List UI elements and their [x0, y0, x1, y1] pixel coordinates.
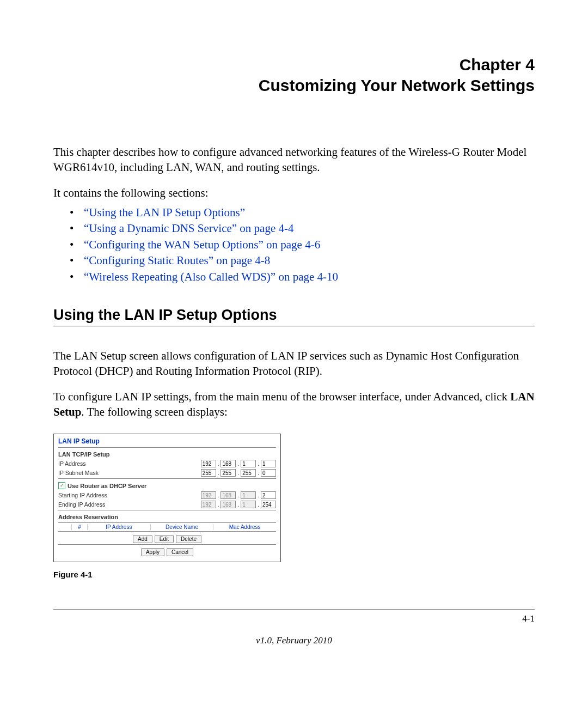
start-octet-3[interactable] — [241, 491, 256, 499]
col-ip: IP Address — [88, 524, 151, 530]
add-button[interactable]: Add — [133, 535, 152, 543]
dot-icon: . — [237, 470, 239, 476]
lan-ip-setup-screenshot: LAN IP Setup LAN TCP/IP Setup IP Address… — [53, 434, 281, 562]
dot-icon: . — [258, 461, 259, 467]
shot-title: LAN IP Setup — [58, 437, 276, 445]
intro-paragraph: This chapter describes how to configure … — [53, 144, 535, 175]
divider — [58, 478, 276, 479]
mask-octet-1[interactable] — [201, 469, 216, 477]
dot-icon: . — [218, 461, 219, 467]
section-para-2b: . The following screen displays: — [81, 405, 227, 418]
divider — [58, 510, 276, 510]
dot-icon: . — [258, 502, 259, 508]
subnet-label: IP Subnet Mask — [58, 470, 201, 476]
delete-button[interactable]: Delete — [176, 535, 201, 543]
dhcp-label: Use Router as DHCP Server — [68, 483, 146, 489]
start-ip-fields: . . . — [201, 491, 276, 499]
mask-octet-2[interactable] — [220, 469, 236, 477]
dot-icon: . — [218, 470, 219, 476]
start-ip-label: Starting IP Address — [58, 492, 201, 498]
toc-link-wds[interactable]: “Wireless Repeating (Also Called WDS)” o… — [70, 269, 535, 285]
divider — [58, 544, 276, 545]
dot-icon: . — [237, 502, 239, 508]
page-number: 4-1 — [53, 613, 535, 624]
reservation-buttons: Add Edit Delete — [58, 535, 276, 543]
chapter-number: Chapter 4 — [53, 54, 535, 75]
dot-icon: . — [237, 492, 239, 498]
end-octet-3[interactable] — [241, 501, 256, 508]
section-para-2a: To configure LAN IP settings, from the m… — [53, 390, 510, 403]
end-octet-1[interactable] — [201, 501, 216, 508]
ip-octet-1[interactable] — [201, 460, 216, 467]
end-ip-fields: . . . — [201, 501, 276, 508]
dot-icon: . — [237, 461, 239, 467]
section-para-2: To configure LAN IP settings, from the m… — [53, 389, 535, 420]
chapter-title: Customizing Your Network Settings — [53, 75, 535, 96]
subnet-fields: . . . — [201, 469, 276, 477]
ip-octet-2[interactable] — [220, 460, 236, 467]
mask-octet-3[interactable] — [241, 469, 256, 477]
dot-icon: . — [258, 470, 259, 476]
end-octet-2[interactable] — [220, 501, 236, 508]
toc-link-wan[interactable]: “Configuring the WAN Setup Options” on p… — [70, 237, 535, 253]
chapter-heading: Chapter 4 Customizing Your Network Setti… — [53, 54, 535, 95]
dhcp-checkbox-row: ✓ Use Router as DHCP Server — [58, 482, 276, 489]
reservation-table-header: # IP Address Device Name Mac Address — [58, 522, 276, 532]
ip-octet-4[interactable] — [261, 460, 276, 467]
dot-icon: . — [218, 492, 219, 498]
dot-icon: . — [218, 502, 219, 508]
contains-line: It contains the following sections: — [53, 185, 535, 200]
end-ip-label: Ending IP Address — [58, 501, 201, 508]
page-footer: 4-1 v1.0, February 2010 — [53, 610, 535, 646]
col-blank — [58, 524, 72, 530]
toc-link-static-routes[interactable]: “Configuring Static Routes” on page 4-8 — [70, 253, 535, 269]
version-line: v1.0, February 2010 — [53, 635, 535, 646]
toc-link-lan-ip[interactable]: “Using the LAN IP Setup Options” — [70, 205, 535, 221]
dot-icon: . — [258, 492, 259, 498]
ip-address-row: IP Address . . . — [58, 460, 276, 467]
ip-address-label: IP Address — [58, 460, 201, 467]
end-octet-4[interactable] — [261, 501, 276, 508]
col-num: # — [72, 524, 88, 530]
toc-link-ddns[interactable]: “Using a Dynamic DNS Service” on page 4-… — [70, 221, 535, 236]
col-mac: Mac Address — [213, 524, 276, 530]
start-ip-row: Starting IP Address . . . — [58, 491, 276, 499]
section-heading: Using the LAN IP Setup Options — [53, 307, 535, 326]
start-octet-4[interactable] — [261, 491, 276, 499]
edit-button[interactable]: Edit — [155, 535, 174, 543]
end-ip-row: Ending IP Address . . . — [58, 501, 276, 508]
ip-octet-3[interactable] — [241, 460, 256, 467]
cancel-button[interactable]: Cancel — [167, 548, 193, 556]
divider — [58, 447, 276, 448]
start-octet-2[interactable] — [220, 491, 236, 499]
tcpip-group-label: LAN TCP/IP Setup — [58, 451, 276, 458]
toc-list: “Using the LAN IP Setup Options” “Using … — [53, 205, 535, 285]
section-para-1: The LAN Setup screen allows configuratio… — [53, 348, 535, 379]
apply-button[interactable]: Apply — [141, 548, 164, 556]
mask-octet-4[interactable] — [261, 469, 276, 477]
form-buttons: Apply Cancel — [58, 548, 276, 556]
start-octet-1[interactable] — [201, 491, 216, 499]
subnet-row: IP Subnet Mask . . . — [58, 469, 276, 477]
col-device: Device Name — [151, 524, 214, 530]
ip-address-fields: . . . — [201, 460, 276, 467]
dhcp-checkbox[interactable]: ✓ — [58, 482, 65, 489]
reservation-label: Address Reservation — [58, 514, 276, 520]
figure-caption: Figure 4-1 — [53, 570, 535, 579]
